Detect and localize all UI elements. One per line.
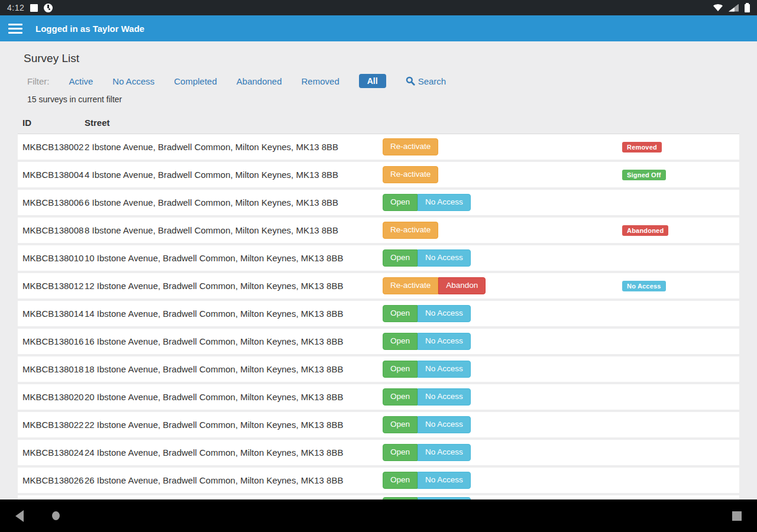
data-saver-icon	[44, 4, 53, 12]
clock-text: 4:12	[7, 3, 24, 12]
action-button-group: OpenNo Access	[383, 305, 471, 322]
survey-street: 16 Ibstone Avenue, Bradwell Common, Milt…	[85, 336, 383, 346]
survey-street: 8 Ibstone Avenue, Bradwell Common, Milto…	[85, 225, 383, 235]
no-access-button[interactable]: No Access	[418, 361, 471, 378]
open-button[interactable]: Open	[383, 249, 418, 267]
action-button-group: OpenNo Access	[383, 444, 471, 461]
wifi-icon	[713, 4, 723, 11]
status-badge: Abandoned	[622, 225, 668, 236]
survey-street: 14 Ibstone Avenue, Bradwell Common, Milt…	[85, 309, 383, 319]
filter-removed[interactable]: Removed	[302, 76, 339, 86]
survey-street: 6 Ibstone Avenue, Bradwell Common, Milto…	[85, 197, 383, 207]
survey-actions: OpenNo Access	[383, 472, 622, 489]
open-button[interactable]: Open	[383, 472, 418, 489]
hamburger-menu-icon[interactable]	[8, 21, 22, 36]
no-access-button[interactable]: No Access	[418, 305, 471, 322]
no-access-button[interactable]: No Access	[418, 194, 471, 211]
status-badge: Removed	[622, 142, 662, 153]
survey-status: Removed	[622, 141, 739, 153]
table-header: ID Street	[18, 113, 739, 134]
action-button-group: OpenNo Access	[383, 472, 471, 489]
action-button-group: OpenNo Access	[383, 388, 471, 406]
survey-id: MKBCB138010	[22, 253, 85, 263]
no-access-button[interactable]: No Access	[418, 416, 471, 433]
open-button[interactable]: Open	[383, 444, 418, 461]
open-button[interactable]: Open	[383, 361, 418, 378]
survey-street: 20 Ibstone Avenue, Bradwell Common, Milt…	[85, 392, 383, 402]
no-access-button[interactable]: No Access	[418, 333, 471, 350]
survey-actions: Re-activate	[383, 222, 622, 239]
survey-street: 26 Ibstone Avenue, Bradwell Common, Milt…	[85, 475, 383, 485]
action-button-group: OpenNo Access	[383, 194, 471, 211]
filter-label: Filter:	[27, 76, 50, 86]
open-button[interactable]: Open	[383, 194, 418, 211]
back-icon[interactable]	[15, 510, 24, 522]
filter-no-access[interactable]: No Access	[112, 76, 154, 86]
no-access-button[interactable]: No Access	[418, 249, 471, 267]
notification-square-icon	[30, 4, 38, 12]
table-row: MKBCB1380066 Ibstone Avenue, Bradwell Co…	[18, 190, 739, 215]
survey-actions: OpenNo Access	[383, 444, 622, 461]
action-button-group: OpenNo Access	[383, 361, 471, 378]
survey-actions: OpenNo Access	[383, 388, 622, 406]
table-row: MKBCB13801212 Ibstone Avenue, Bradwell C…	[18, 273, 739, 299]
survey-count-text: 15 surveys in current filter	[27, 95, 739, 104]
android-screen: 4:12 Logged in as Taylor Wade Survey Lis…	[0, 0, 757, 532]
open-button[interactable]: Open	[383, 305, 418, 322]
recents-icon[interactable]	[732, 511, 742, 521]
status-badge: No Access	[622, 281, 666, 291]
battery-icon	[745, 4, 750, 12]
re-activate-button[interactable]: Re-activate	[383, 166, 438, 183]
survey-id: MKBCB138002	[22, 142, 85, 152]
survey-actions: OpenNo Access	[383, 194, 622, 211]
search-button[interactable]: Search	[406, 76, 447, 86]
survey-id: MKBCB138012	[22, 281, 85, 291]
open-button[interactable]: Open	[383, 333, 418, 350]
re-activate-button[interactable]: Re-activate	[383, 222, 438, 239]
survey-street: 4 Ibstone Avenue, Bradwell Common, Milto…	[85, 170, 383, 180]
survey-actions: OpenNo Access	[383, 305, 622, 322]
no-access-button[interactable]: No Access	[418, 472, 471, 489]
no-access-button[interactable]: No Access	[418, 444, 471, 461]
action-button-group: OpenNo Access	[383, 416, 471, 433]
survey-actions: Re-activate	[383, 166, 622, 183]
action-button-group: OpenNo Access	[383, 249, 471, 267]
survey-id: MKBCB138022	[22, 420, 85, 430]
survey-id: MKBCB138016	[22, 336, 85, 346]
no-access-button[interactable]: No Access	[418, 388, 471, 406]
status-bar-right	[713, 3, 750, 12]
survey-actions: OpenNo Access	[383, 416, 622, 433]
open-button[interactable]: Open	[383, 416, 418, 433]
cellular-signal-icon	[729, 4, 739, 12]
table-row: MKBCB1380044 Ibstone Avenue, Bradwell Co…	[18, 162, 739, 187]
table-row: MKBCB1380088 Ibstone Avenue, Bradwell Co…	[18, 218, 739, 243]
status-bar: 4:12	[0, 0, 757, 15]
navigation-bar	[0, 499, 757, 532]
survey-actions: OpenNo Access	[383, 333, 622, 350]
filter-active[interactable]: Active	[69, 76, 93, 86]
survey-id: MKBCB138008	[22, 225, 85, 235]
survey-status: Abandoned	[622, 225, 739, 236]
table-row: MKBCB13801010 Ibstone Avenue, Bradwell C…	[18, 245, 739, 271]
action-button-group: Re-activate	[383, 138, 438, 155]
survey-id: MKBCB138024	[22, 447, 85, 458]
table-row: MKBCB13802626 Ibstone Avenue, Bradwell C…	[18, 468, 739, 493]
survey-street: 12 Ibstone Avenue, Bradwell Common, Milt…	[85, 281, 383, 291]
re-activate-button[interactable]: Re-activate	[383, 277, 438, 294]
filter-all-selected[interactable]: All	[359, 74, 386, 88]
survey-status: Signed Off	[622, 169, 739, 180]
abandon-button[interactable]: Abandon	[438, 277, 486, 294]
survey-id: MKBCB138014	[22, 309, 85, 319]
survey-street: 22 Ibstone Avenue, Bradwell Common, Milt…	[85, 420, 383, 430]
page-title: Survey List	[24, 52, 739, 65]
filter-completed[interactable]: Completed	[174, 76, 217, 86]
open-button[interactable]: Open	[383, 388, 418, 406]
action-button-group: Re-activate	[383, 222, 438, 239]
survey-actions: Re-activate	[383, 138, 622, 155]
survey-id: MKBCB138026	[22, 475, 85, 485]
action-button-group: OpenNo Access	[383, 333, 471, 350]
main-content: Survey List Filter: Active No Access Com…	[0, 52, 757, 530]
home-icon[interactable]	[52, 511, 60, 520]
filter-abandoned[interactable]: Abandoned	[237, 76, 282, 86]
re-activate-button[interactable]: Re-activate	[383, 138, 438, 155]
